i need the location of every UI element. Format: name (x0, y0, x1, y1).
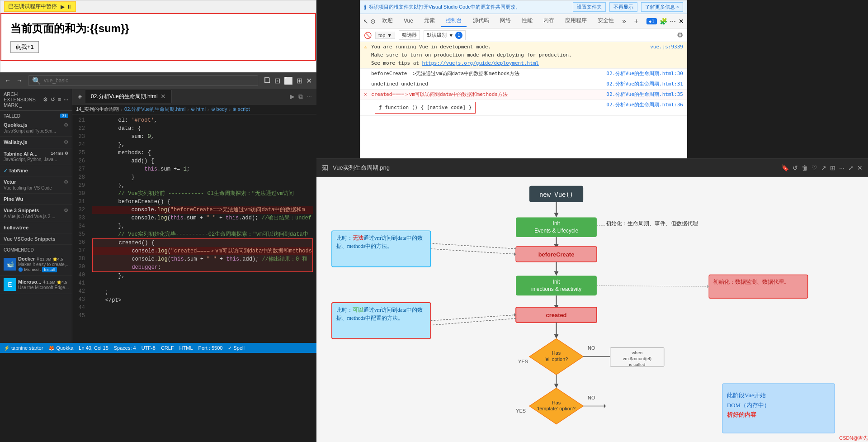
console-filter[interactable]: 筛选器 (399, 30, 420, 40)
split-editor-icon[interactable]: ⧉ (298, 93, 303, 100)
debugger-status: 已在调试程序中暂停 ▶ ⏸ (4, 1, 76, 12)
share-icon[interactable]: ↗ (821, 164, 826, 171)
svg-text:初始化：生命周期、事件、但数据代理: 初始化：生命周期、事件、但数据代理 (606, 220, 698, 227)
tab-console[interactable]: 控制台 (441, 15, 467, 27)
sidebar-header-text: arch Extensions Mark _ (4, 91, 43, 108)
search-bar[interactable]: 🔍 (28, 75, 258, 86)
tab-application[interactable]: 应用程序 (561, 15, 591, 27)
svg-text:Has: Has (552, 350, 561, 356)
svg-text:is called: is called (629, 362, 645, 367)
ban-icon[interactable]: 🚫 (364, 32, 372, 39)
tab-security[interactable]: 安全性 (593, 15, 618, 27)
tab-performance[interactable]: 性能 (517, 15, 537, 27)
tab-network[interactable]: 网络 (495, 15, 515, 27)
menu-icon[interactable]: ≡ (58, 96, 61, 103)
encoding-status: UTF-8 (142, 345, 156, 351)
source-link-3[interactable]: 02.分析Vue的生命周期.html:35 (606, 90, 683, 99)
bookmark-icon[interactable]: 🔖 (781, 164, 789, 171)
close-devtools-icon[interactable]: ✕ (679, 18, 684, 25)
lifecycle-actions: 🔖 ↺ 🗑 ♡ ↗ ⊞ ··· ⤢ ✕ (781, 164, 863, 171)
console-settings-icon[interactable]: ⚙ (677, 31, 683, 39)
add-tab-button[interactable]: + (632, 17, 640, 25)
close-icon[interactable]: ✕ (857, 164, 863, 171)
back-button[interactable]: ← (5, 77, 11, 84)
maximize-icon[interactable]: ⊡ (274, 76, 280, 85)
line-numbers: 2122232425262728293031323334353637383940… (72, 114, 89, 343)
svg-text:Init: Init (553, 279, 561, 285)
log-icon (364, 101, 371, 114)
tab-vue[interactable]: Vue (399, 16, 418, 27)
installed-section-label: TALLED 31 (0, 111, 72, 119)
vuejs-link[interactable]: https://vuejs.org/guide/deployment.html (422, 60, 539, 66)
source-link-4[interactable]: 02.分析Vue的生命周期.html:36 (606, 101, 683, 114)
log-level-selector[interactable]: 默认级别 ▼ 1 (424, 30, 466, 40)
lifecycle-panel: 🖼 Vue实列生命周期.png 🔖 ↺ 🗑 ♡ ↗ ⊞ ··· ⤢ ✕ 此时：无… (316, 158, 868, 442)
forward-button[interactable]: → (16, 77, 23, 84)
tabnine-status: ⚡ tabnine starter (4, 345, 43, 351)
refresh-icon[interactable]: ↺ (51, 96, 55, 103)
minimize-icon[interactable]: ⧠ (264, 76, 271, 85)
learn-more-link[interactable]: 了解更多信息 × (641, 2, 683, 12)
list-item[interactable]: hollowtree (0, 222, 72, 233)
grid-icon[interactable]: ⊞ (830, 164, 835, 171)
list-item[interactable]: Vetur ⚙ Vue tooling for VS Code (0, 176, 72, 194)
installed-count-badge: 31 (60, 114, 68, 118)
svg-text:Init: Init (553, 220, 561, 227)
more-actions-icon[interactable]: ··· (307, 93, 312, 100)
expand-icon[interactable]: ⤢ (848, 164, 854, 171)
tab-welcome[interactable]: 欢迎 (377, 15, 397, 27)
info-icon: ℹ (364, 4, 366, 11)
grid-icon[interactable]: ⊞ (297, 76, 302, 85)
editor-tab-active[interactable]: 02.分析Vue的生命周期.html ✕ (85, 90, 172, 103)
browser-content: 当前页面的和为:{{sum}} 点我+1 (0, 13, 316, 61)
search-input[interactable] (44, 77, 254, 84)
tab-memory[interactable]: 内存 (539, 15, 559, 27)
split-icon[interactable]: ⬜ (284, 76, 293, 85)
devtools-tabs: ↖ ⊙ 欢迎 Vue 元素 控制台 源代码 网络 性能 内存 应用程序 安全性 … (360, 14, 687, 29)
settings-folder-button[interactable]: 设置文件夹 (573, 2, 606, 12)
list-item[interactable]: Quokka.js ⚙ JavaScript and TypeScri... (0, 119, 72, 137)
list-item[interactable]: 🐋 Docker ⬇21.3M ⭐4.5 Makes it easy to cr… (0, 253, 72, 276)
source-link-2[interactable]: 02.分析Vue的生命周期.html:31 (606, 80, 683, 88)
list-item[interactable]: Tabnine AI A... 144ms ⚙ JavaScript, Pyth… (0, 148, 72, 165)
console-output: ⚠ You are running Vue in development mod… (360, 42, 687, 162)
vscode-editor: ← → 🔍 ⧠ ⊡ ⬜ ⊞ ✕ arch Extensions Mark _ ⚙… (0, 72, 316, 353)
console-row: ƒ function () { [native code] } 02.分析Vue… (360, 100, 687, 116)
more-icon[interactable]: ··· (64, 96, 68, 103)
refresh-icon[interactable]: ↺ (793, 164, 798, 171)
tab-close-icon[interactable]: ✕ (160, 93, 166, 100)
tab-sources[interactable]: 源代码 (468, 15, 494, 27)
search-icon: 🔍 (32, 76, 41, 85)
svg-text:injections & reactivity: injections & reactivity (531, 286, 581, 292)
list-item[interactable]: Pine Wu (0, 194, 72, 205)
delete-icon[interactable]: 🗑 (802, 164, 808, 171)
settings-icon[interactable]: ··· (670, 17, 676, 25)
close-icon[interactable]: ✕ (306, 76, 312, 85)
list-item[interactable]: E Microso... ⬇1.5M ⭐4.5 Use the Microsof… (0, 276, 72, 294)
svg-text:YES: YES (516, 408, 526, 413)
top-context-selector[interactable]: top ▼ (375, 32, 395, 39)
list-item[interactable]: Wallaby.js ⚙ (0, 137, 72, 148)
tab-elements[interactable]: 元素 (420, 15, 439, 27)
heart-icon[interactable]: ♡ (811, 164, 817, 171)
list-item[interactable]: ✓ TabNine (0, 165, 72, 176)
warn-source-link[interactable]: vue.js:9339 (650, 43, 683, 67)
more-tabs-icon[interactable]: » (622, 17, 626, 25)
log-icon (364, 70, 371, 78)
run-icon[interactable]: ▶ (290, 93, 295, 100)
dismiss-button[interactable]: 不再显示 (609, 2, 637, 12)
svg-text:据、methods中配置的方法。: 据、methods中配置的方法。 (336, 315, 403, 321)
console-row: undefined undefined 02.分析Vue的生命周期.html:3… (360, 79, 687, 90)
log-level-chevron: ▼ (448, 33, 453, 38)
svg-text:据、methods中的方法。: 据、methods中的方法。 (336, 243, 392, 249)
info-actions: 设置文件夹 不再显示 了解更多信息 × (573, 2, 683, 12)
lifecycle-title: Vue实列生命周期.png (333, 164, 777, 172)
list-item[interactable]: Vue 3 Snippets ⚙ A Vue.js 3 And Vue.js 2… (0, 205, 72, 222)
list-item[interactable]: Vue VSCode Snippets (0, 233, 72, 245)
more-icon[interactable]: ··· (839, 164, 844, 171)
click-button[interactable]: 点我+1 (10, 41, 39, 53)
svg-text:此时：无法通过vm访问到data中的数: 此时：无法通过vm访问到data中的数 (336, 235, 423, 241)
info-text: 标识项目的根文件夹以打开Visual Studio Code中的源文件共同更改。 (369, 4, 520, 10)
source-link-1[interactable]: 02.分析Vue的生命周期.html:30 (606, 70, 683, 78)
filter-icon[interactable]: ⚙ (43, 96, 48, 103)
